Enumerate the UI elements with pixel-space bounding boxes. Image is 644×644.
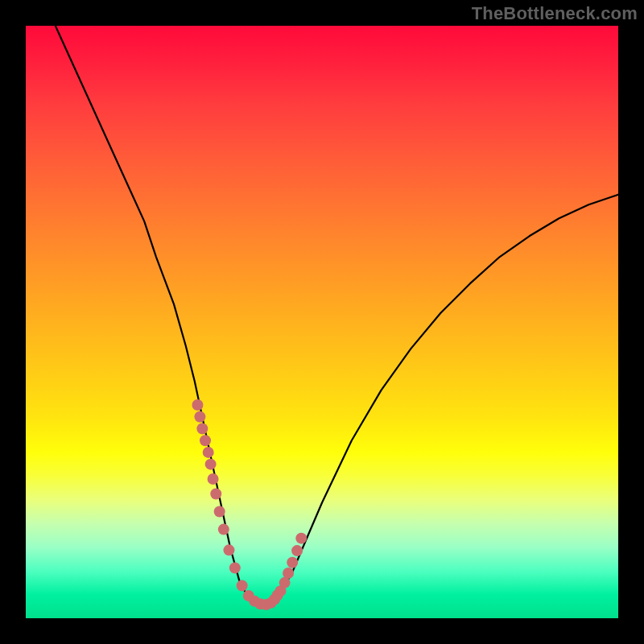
highlight-dot xyxy=(205,459,217,470)
highlight-dot xyxy=(203,447,214,458)
highlight-dot xyxy=(194,411,205,423)
highlight-dot xyxy=(192,399,203,411)
highlight-dot xyxy=(196,423,208,434)
highlight-dot xyxy=(200,435,211,446)
highlight-dot xyxy=(218,524,229,535)
highlight-dot xyxy=(214,506,225,518)
highlight-dot xyxy=(223,544,234,555)
highlight-dot xyxy=(210,488,221,499)
highlight-dot xyxy=(295,533,307,544)
curve-svg xyxy=(26,26,618,618)
highlight-dot xyxy=(291,545,303,556)
marker-group xyxy=(192,399,307,610)
highlight-dot xyxy=(283,568,294,579)
highlight-dot xyxy=(208,473,219,485)
bottleneck-curve-line xyxy=(56,26,618,605)
highlight-dot xyxy=(237,580,248,592)
chart-frame: TheBottleneck.com xyxy=(0,0,644,644)
highlight-dot xyxy=(287,557,298,568)
plot-area xyxy=(26,26,618,618)
highlight-dot xyxy=(229,562,241,573)
watermark-text: TheBottleneck.com xyxy=(472,3,638,24)
